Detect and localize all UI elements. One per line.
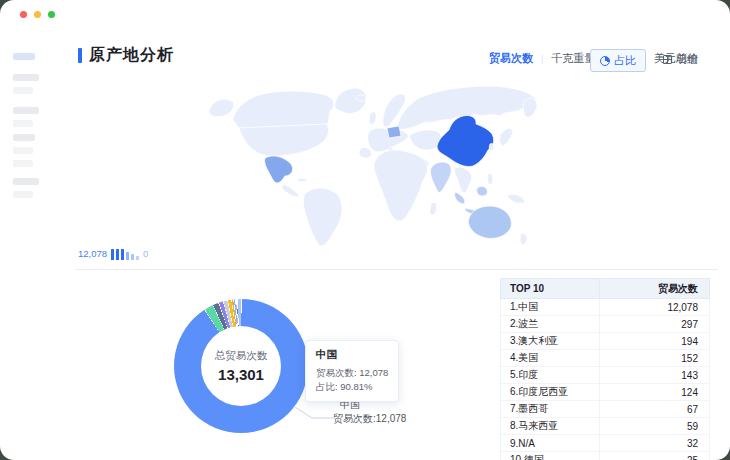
table-row[interactable]: 6.印度尼西亚124: [501, 384, 710, 401]
legend-bar: [121, 249, 124, 260]
sidebar-item[interactable]: [13, 134, 35, 141]
row-name: 8.马来西亚: [501, 418, 600, 435]
table-header-row: TOP 10 贸易次数: [501, 279, 710, 299]
row-name: 2.波兰: [501, 316, 600, 333]
map-legend-bars: [111, 248, 139, 260]
legend-bar: [116, 249, 119, 260]
row-name: 4.美国: [501, 350, 600, 367]
detail-button-label: 明细: [676, 52, 698, 67]
detail-button[interactable]: 明细: [663, 52, 698, 67]
table-header-rank: TOP 10: [501, 279, 600, 299]
ratio-button[interactable]: 占比: [590, 49, 646, 72]
legend-min-value: 0: [143, 248, 148, 260]
world-map[interactable]: [185, 84, 545, 254]
sidebar-item[interactable]: [13, 87, 33, 94]
row-name: 3.澳大利亚: [501, 333, 600, 350]
row-name: 6.印度尼西亚: [501, 384, 600, 401]
page-title: 原产地分析: [89, 45, 174, 66]
ratio-button-label: 占比: [614, 53, 636, 68]
sidebar-item[interactable]: [13, 160, 33, 167]
close-window-button[interactable]: [20, 11, 27, 18]
legend-bar: [111, 249, 114, 260]
callout-value: 贸易次数:12,078: [333, 412, 406, 426]
row-value: 12,078: [600, 299, 710, 316]
sidebar-item[interactable]: [13, 74, 39, 81]
tab-1[interactable]: 贸易次数: [481, 51, 541, 66]
row-value: 67: [600, 401, 710, 418]
top10-table: TOP 10 贸易次数 1.中国12,0782.波兰2973.澳大利亚1944.…: [500, 278, 710, 460]
table-row[interactable]: 10.德国25: [501, 452, 710, 460]
table-row[interactable]: 8.马来西亚59: [501, 418, 710, 435]
legend-bar: [131, 254, 134, 260]
row-name: 1.中国: [501, 299, 600, 316]
app-window: 原产地分析 贸易次数|千克重量|数量|美元总价 占比 明细: [0, 0, 730, 460]
sidebar-item-active[interactable]: [13, 53, 35, 60]
row-name: 7.墨西哥: [501, 401, 600, 418]
top10-table-body: 1.中国12,0782.波兰2973.澳大利亚1944.美国1525.印度143…: [501, 299, 710, 460]
table-row[interactable]: 3.澳大利亚194: [501, 333, 710, 350]
sidebar-item[interactable]: [13, 107, 39, 114]
donut-center-value: 13,301: [218, 366, 264, 383]
zoom-window-button[interactable]: [48, 11, 55, 18]
tooltip-ratio: 占比: 90.81%: [316, 380, 388, 394]
row-value: 124: [600, 384, 710, 401]
donut-center-label: 总贸易次数: [215, 349, 268, 363]
row-value: 25: [600, 452, 710, 460]
legend-max-value: 12,078: [78, 248, 107, 260]
tooltip-trade-count: 贸易次数: 12,078: [316, 366, 388, 380]
row-value: 152: [600, 350, 710, 367]
table-row[interactable]: 4.美国152: [501, 350, 710, 367]
pie-chart-icon: [600, 56, 610, 66]
callout-leader-line: [292, 404, 336, 422]
table-row[interactable]: 7.墨西哥67: [501, 401, 710, 418]
legend-bar: [126, 252, 129, 260]
row-value: 194: [600, 333, 710, 350]
sidebar-item[interactable]: [13, 147, 33, 154]
table-header-metric: 贸易次数: [600, 279, 710, 299]
table-row[interactable]: 5.印度143: [501, 367, 710, 384]
minimize-window-button[interactable]: [34, 11, 41, 18]
row-value: 59: [600, 418, 710, 435]
sidebar-item[interactable]: [13, 120, 33, 127]
donut-tooltip: 中国 贸易次数: 12,078 占比: 90.81%: [305, 340, 399, 402]
row-value: 32: [600, 435, 710, 452]
row-name: 9.N/A: [501, 435, 600, 452]
table-row[interactable]: 9.N/A32: [501, 435, 710, 452]
section-divider: [75, 269, 718, 270]
table-row[interactable]: 2.波兰297: [501, 316, 710, 333]
title-accent-bar: [78, 48, 82, 63]
table-row[interactable]: 1.中国12,078: [501, 299, 710, 316]
sidebar-item[interactable]: [13, 178, 39, 185]
row-value: 297: [600, 316, 710, 333]
map-color-legend: 12,078 0: [78, 246, 148, 260]
sidebar-item[interactable]: [13, 191, 33, 198]
row-name: 5.印度: [501, 367, 600, 384]
donut-chart[interactable]: 总贸易次数 13,301: [174, 299, 308, 433]
row-value: 143: [600, 367, 710, 384]
donut-center: 总贸易次数 13,301: [201, 326, 281, 406]
row-name: 10.德国: [501, 452, 600, 460]
tooltip-title: 中国: [316, 348, 388, 362]
legend-bar: [136, 256, 139, 260]
detail-grid-icon: [663, 55, 672, 64]
